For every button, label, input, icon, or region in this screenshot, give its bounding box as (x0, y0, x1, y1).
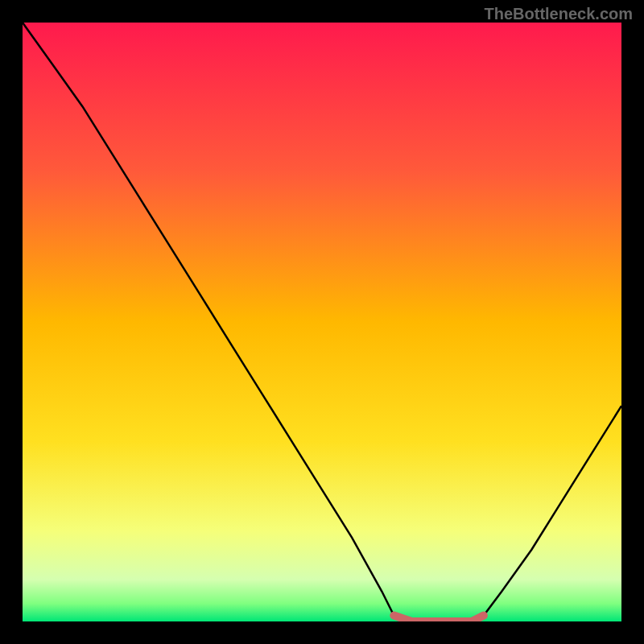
watermark-text: TheBottleneck.com (485, 5, 633, 23)
chart-background (23, 23, 621, 621)
bottleneck-chart (23, 23, 621, 621)
chart-svg (23, 23, 621, 621)
